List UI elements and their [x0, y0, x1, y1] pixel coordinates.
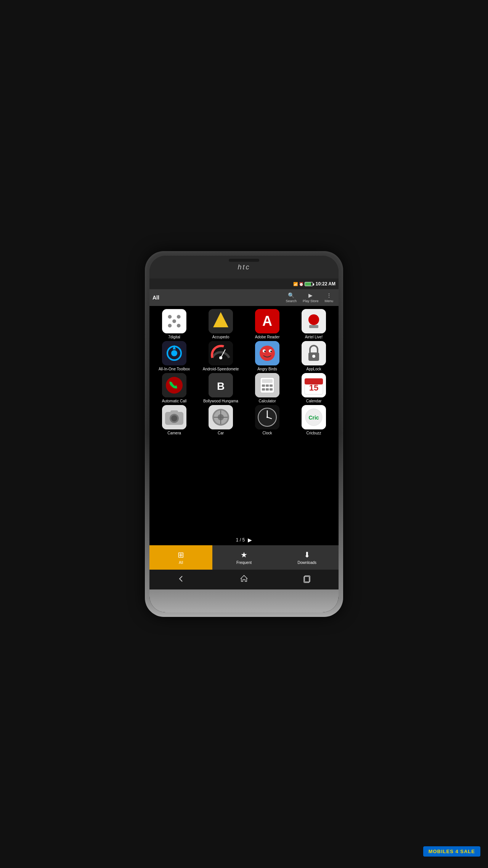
app-label-airtel: Airtel Live!	[305, 335, 323, 340]
battery-icon	[305, 282, 313, 286]
phone-inner: htc 📶 ⏰ 10:22 AM All	[149, 256, 339, 612]
svg-rect-39	[262, 388, 265, 391]
svg-rect-40	[266, 388, 269, 391]
app-icon-angrybirds	[255, 341, 279, 365]
phone-bottom-bar	[149, 589, 339, 612]
app-label-autocall: Automatic Call	[162, 399, 186, 404]
app-airtel[interactable]: Airtel Live!	[293, 309, 335, 340]
svg-point-25	[270, 351, 272, 352]
recents-button[interactable]	[296, 571, 318, 588]
app-label-applock: AppLock	[307, 367, 321, 372]
tab-downloads-label: Downloads	[298, 561, 316, 565]
app-label-car: Car	[218, 431, 224, 436]
apps-row-4: Camera Car Clock	[151, 405, 337, 436]
menu-button[interactable]: ⋮ Menu	[322, 291, 336, 304]
app-icon-bollywood: B	[209, 373, 233, 397]
svg-text:A: A	[262, 313, 272, 329]
search-button[interactable]: 🔍 Search	[283, 291, 299, 304]
app-icon-camera	[162, 405, 186, 429]
app-angrybirds[interactable]: Angry Birds	[246, 341, 288, 372]
app-camera[interactable]: Camera	[153, 405, 195, 436]
home-button[interactable]	[233, 571, 255, 588]
svg-point-21	[260, 346, 275, 361]
svg-rect-36	[262, 384, 265, 387]
app-accupedo[interactable]: Accupedo	[200, 309, 242, 340]
svg-point-4	[177, 324, 181, 328]
back-button[interactable]	[170, 571, 192, 588]
signal-icon: 📶	[293, 282, 298, 286]
app-applock[interactable]: AppLock	[293, 341, 335, 372]
svg-rect-38	[270, 384, 273, 387]
svg-rect-35	[262, 379, 273, 383]
app-bar: All 🔍 Search ▶ Play Store ⋮ Menu	[149, 289, 339, 306]
app-speedometer[interactable]: Android-Speedomete	[200, 341, 242, 372]
phone-top-bar: htc	[149, 256, 339, 279]
tab-frequent-label: Frequent	[236, 561, 252, 565]
app-icon-calendar: 15	[302, 373, 326, 397]
svg-rect-12	[309, 325, 318, 328]
page-text: 1 / 5	[236, 537, 245, 543]
app-autocall[interactable]: Automatic Call	[153, 373, 195, 404]
apps-row-2: All-In-One Toolbox Android-Speedomete	[151, 341, 337, 372]
app-7digital[interactable]: 7digital	[153, 309, 195, 340]
app-icon-cricbuzz: Cric	[302, 405, 326, 429]
tab-frequent-icon: ★	[241, 550, 247, 559]
app-calendar[interactable]: 15 Calendar	[293, 373, 335, 404]
svg-point-11	[308, 314, 319, 325]
menu-icon: ⋮	[326, 292, 332, 298]
nav-bar	[149, 570, 339, 589]
page-indicator: 1 / 5 ▶	[149, 535, 339, 545]
app-icon-autocall	[162, 373, 186, 397]
svg-point-24	[264, 351, 266, 352]
app-allinone[interactable]: All-In-One Toolbox	[153, 341, 195, 372]
all-label: All	[152, 295, 282, 301]
app-label-7digital: 7digital	[168, 335, 180, 340]
play-store-button[interactable]: ▶ Play Store	[300, 291, 321, 304]
app-icon-adobe: A	[255, 309, 279, 333]
tab-frequent[interactable]: ★ Frequent	[212, 545, 275, 570]
app-clock[interactable]: Clock	[246, 405, 288, 436]
svg-text:15: 15	[309, 383, 318, 392]
svg-point-49	[171, 415, 177, 421]
app-bollywood[interactable]: B Bollywood Hungama	[200, 373, 242, 404]
app-label-adobe: Adobe Reader	[255, 335, 280, 340]
apps-row-3: Automatic Call B Bollywood Hungama	[151, 373, 337, 404]
app-label-angrybirds: Angry Birds	[257, 367, 277, 372]
alarm-icon: ⏰	[299, 282, 303, 286]
page-next-arrow[interactable]: ▶	[248, 537, 252, 543]
app-icon-car	[209, 405, 233, 429]
app-car[interactable]: Car	[200, 405, 242, 436]
app-adobe-reader[interactable]: A Adobe Reader	[246, 309, 288, 340]
svg-rect-37	[266, 384, 269, 387]
tab-downloads[interactable]: ⬇ Downloads	[276, 545, 339, 570]
app-cricbuzz[interactable]: Cric Cricbuzz	[293, 405, 335, 436]
app-icon-calculator	[255, 373, 279, 397]
app-icon-7digital	[162, 309, 186, 333]
app-icon-speedometer	[209, 341, 233, 365]
svg-rect-41	[270, 388, 273, 391]
status-icons: 📶 ⏰ 10:22 AM	[293, 281, 336, 287]
app-label-accupedo: Accupedo	[212, 335, 229, 340]
svg-point-2	[177, 315, 181, 319]
bottom-tabs: ⊞ All ★ Frequent ⬇ Downloads	[149, 545, 339, 570]
app-label-cricbuzz: Cricbuzz	[307, 431, 321, 436]
svg-text:B: B	[217, 380, 225, 392]
svg-point-30	[166, 377, 183, 394]
svg-point-3	[168, 324, 172, 328]
app-icon-accupedo	[209, 309, 233, 333]
tab-all-label: All	[179, 561, 183, 565]
svg-point-28	[312, 355, 315, 358]
tab-all[interactable]: ⊞ All	[149, 545, 212, 570]
tab-all-icon: ⊞	[178, 550, 184, 559]
app-calculator[interactable]: Calculator	[246, 373, 288, 404]
app-label-calculator: Calculator	[258, 399, 276, 404]
search-icon: 🔍	[288, 292, 294, 298]
watermark-text: MOBILES 4 SALE	[429, 849, 475, 854]
app-icon-airtel	[302, 309, 326, 333]
app-label-bollywood: Bollywood Hungama	[203, 399, 238, 404]
apps-grid: 7digital Accupedo A Adobe R	[149, 306, 339, 535]
svg-text:Cric: Cric	[308, 415, 319, 421]
app-label-clock: Clock	[262, 431, 272, 436]
htc-logo: htc	[238, 263, 250, 271]
app-label-camera: Camera	[167, 431, 181, 436]
